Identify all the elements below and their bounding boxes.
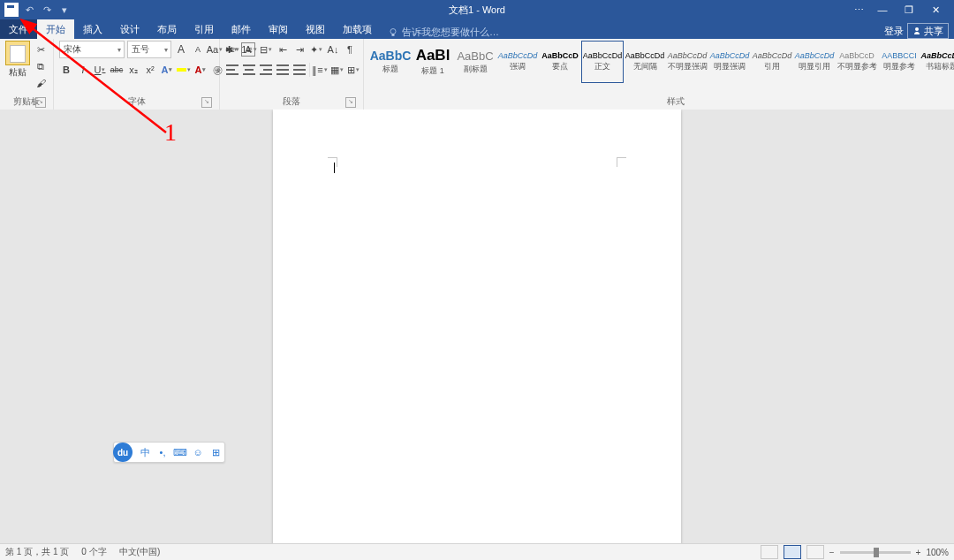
style-item-ie[interactable]: AaBbCcDd明显强调: [708, 41, 751, 83]
styles-gallery[interactable]: AaBbC标题AaBl标题 1AaBbC副标题AaBbCcDd强调AaBbCcD…: [369, 41, 954, 83]
tab-layout[interactable]: 布局: [148, 19, 186, 39]
style-item-t[interactable]: AaBbC标题: [369, 41, 412, 83]
ime-toolbar[interactable]: du 中 •, ⌨ ☺ ⊞: [113, 442, 225, 463]
align-center-button[interactable]: [242, 63, 256, 77]
shading-button[interactable]: ▦: [329, 63, 344, 77]
font-dialog-launcher[interactable]: ↘: [201, 97, 212, 108]
undo-button[interactable]: ↶: [21, 2, 37, 18]
signin-link[interactable]: 登录: [884, 25, 904, 38]
zoom-out-button[interactable]: −: [829, 548, 835, 557]
style-preview: AaBbCcD: [541, 51, 579, 60]
tab-references[interactable]: 引用: [186, 19, 223, 39]
align-distribute-button[interactable]: [292, 63, 307, 77]
text-effects-button[interactable]: A: [160, 63, 174, 77]
style-preview: AaBbC: [370, 49, 412, 63]
strike-button[interactable]: abc: [110, 63, 124, 77]
style-item-sr[interactable]: AaBbCcD不明显参考: [836, 41, 878, 83]
line-spacing-button[interactable]: ‖≡: [313, 63, 327, 77]
status-language[interactable]: 中文(中国): [119, 546, 161, 558]
style-item-nrm[interactable]: AaBbCcDd正文: [581, 41, 624, 83]
bullets-button[interactable]: •≡: [225, 42, 239, 57]
font-color-button[interactable]: A: [193, 63, 208, 77]
style-name-label: 明显引用: [799, 61, 830, 72]
paste-button[interactable]: 粘贴: [5, 41, 30, 79]
style-item-q[interactable]: AaBbCcDd引用: [751, 41, 793, 83]
paragraph-dialog-launcher[interactable]: ↘: [345, 97, 356, 108]
style-item-no[interactable]: AaBbCcDd无间隔: [624, 41, 666, 83]
close-button[interactable]: ✕: [922, 0, 949, 19]
font-name-combo[interactable]: 宋体: [59, 41, 125, 58]
baidu-ime-icon[interactable]: du: [113, 443, 132, 462]
align-justify-button[interactable]: [276, 63, 290, 77]
style-preview: AaBl: [416, 47, 450, 64]
view-print-button[interactable]: [784, 545, 801, 559]
tab-mail[interactable]: 邮件: [223, 19, 260, 39]
status-page[interactable]: 第 1 页，共 1 页: [5, 546, 69, 558]
font-size-combo[interactable]: 五号: [127, 41, 171, 58]
tab-addins[interactable]: 加载项: [334, 19, 381, 39]
tab-design[interactable]: 设计: [111, 19, 148, 39]
grow-font-button[interactable]: A: [174, 42, 188, 57]
tab-insert[interactable]: 插入: [74, 19, 111, 39]
numbering-button[interactable]: 1≡: [242, 42, 256, 57]
cut-button[interactable]: ✂: [34, 42, 48, 57]
sort-button[interactable]: A↓: [326, 42, 340, 57]
asian-layout-button[interactable]: ✦: [309, 42, 323, 57]
ime-punct-button[interactable]: •,: [154, 447, 171, 458]
maximize-button[interactable]: ❐: [896, 0, 922, 19]
tab-home[interactable]: 开始: [37, 19, 74, 39]
ime-lang-button[interactable]: 中: [136, 446, 154, 459]
shrink-font-button[interactable]: A: [191, 42, 205, 57]
tab-file[interactable]: 文件: [0, 19, 37, 39]
increase-indent-button[interactable]: ⇥: [292, 42, 307, 57]
style-item-iq[interactable]: AaBbCcDd明显引用: [793, 41, 836, 83]
borders-button[interactable]: ⊞: [346, 63, 360, 77]
underline-button[interactable]: U: [93, 63, 107, 77]
style-item-bt[interactable]: AaBbCcDd书籍标题: [920, 41, 954, 83]
zoom-slider[interactable]: [840, 551, 911, 554]
qat-more-button[interactable]: ▾: [57, 2, 72, 18]
align-right-button[interactable]: [259, 63, 273, 77]
style-item-sub[interactable]: AaBbC副标题: [454, 41, 496, 83]
ime-tools-button[interactable]: ⊞: [207, 447, 224, 458]
document-page[interactable]: [273, 110, 681, 544]
group-label-clipboard: 剪贴板 ↘: [5, 95, 48, 110]
ime-softkbd-button[interactable]: ⌨: [171, 447, 189, 458]
ribbon-display-options[interactable]: ⋯: [854, 4, 864, 16]
style-item-str[interactable]: AaBbCcD要点: [539, 41, 581, 83]
align-left-button[interactable]: [225, 63, 239, 77]
save-button[interactable]: [4, 2, 19, 18]
decrease-indent-button[interactable]: ⇤: [276, 42, 290, 57]
minimize-button[interactable]: —: [869, 0, 896, 19]
zoom-in-button[interactable]: +: [916, 548, 921, 557]
copy-button[interactable]: ⧉: [34, 59, 48, 73]
style-item-se[interactable]: AaBbCcDd不明显强调: [666, 41, 708, 83]
style-name-label: 不明显参考: [837, 61, 877, 72]
share-button[interactable]: 共享: [907, 23, 949, 39]
view-web-button[interactable]: [806, 545, 824, 559]
tab-review[interactable]: 审阅: [260, 19, 297, 39]
subscript-button[interactable]: x₂: [126, 63, 140, 77]
multilevel-button[interactable]: ⊟: [259, 42, 273, 57]
bold-button[interactable]: B: [59, 63, 73, 77]
superscript-button[interactable]: x²: [143, 63, 157, 77]
zoom-level[interactable]: 100%: [926, 548, 949, 557]
italic-button[interactable]: I: [76, 63, 90, 77]
style-item-t1[interactable]: AaBl标题 1: [412, 41, 454, 83]
show-marks-button[interactable]: ¶: [343, 42, 357, 57]
redo-button[interactable]: ↷: [39, 2, 55, 18]
style-name-label: 要点: [552, 61, 568, 72]
tell-me-search[interactable]: 告诉我您想要做什么…: [388, 26, 499, 39]
format-painter-button[interactable]: 🖌: [34, 76, 48, 90]
status-word-count[interactable]: 0 个字: [81, 546, 106, 558]
style-item-em[interactable]: AaBbCcDd强调: [496, 41, 539, 83]
clipboard-dialog-launcher[interactable]: ↘: [35, 97, 46, 108]
margin-mark-top-right: [617, 157, 626, 167]
highlight-button[interactable]: [177, 63, 191, 77]
tab-view[interactable]: 视图: [297, 19, 334, 39]
ime-emoji-button[interactable]: ☺: [189, 447, 207, 458]
title-bar: ↶ ↷ ▾ 文档1 - Word ⋯ — ❐ ✕: [0, 0, 954, 19]
style-item-ir[interactable]: AABBCCI明显参考: [878, 41, 920, 83]
view-readmode-button[interactable]: [761, 545, 778, 559]
document-area[interactable]: [0, 110, 954, 544]
